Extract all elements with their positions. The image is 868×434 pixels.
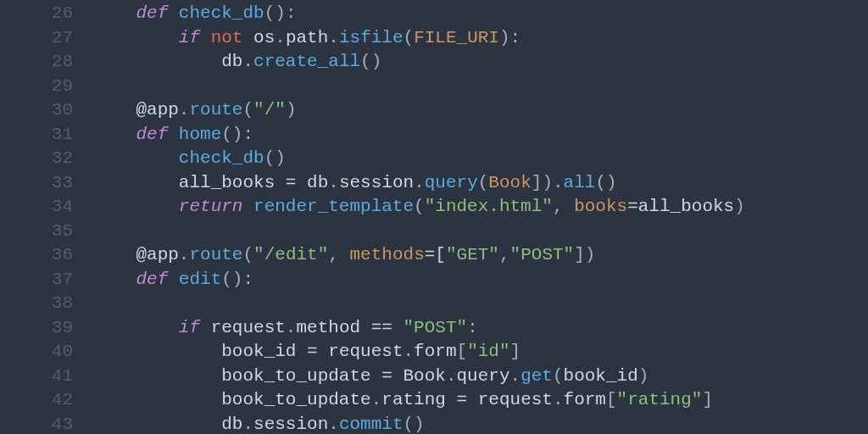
line-number: 37 xyxy=(0,268,73,292)
token-kw: if xyxy=(179,28,211,47)
line-number: 40 xyxy=(0,340,73,364)
token-obj: db xyxy=(221,415,242,434)
token-op: = xyxy=(307,342,328,361)
token-obj: os xyxy=(253,28,275,47)
token-obj: book_to_update xyxy=(221,366,381,386)
token-punc: . xyxy=(179,100,190,120)
token-call: isfile xyxy=(339,28,403,47)
token-obj: request xyxy=(328,342,403,361)
token-fn: home xyxy=(179,125,221,144)
token-param: methods xyxy=(350,245,425,264)
code-line[interactable]: if request.method == "POST": xyxy=(93,316,868,341)
token-call: render_template xyxy=(253,197,414,216)
token-punc: . xyxy=(328,28,339,47)
token-op: == xyxy=(371,318,403,337)
token-op: =[ xyxy=(425,245,446,264)
token-const: FILE_URI xyxy=(414,28,499,47)
token-obj: rating xyxy=(381,390,456,409)
token-punc: . xyxy=(553,390,564,409)
token-punc: ( xyxy=(403,28,415,47)
line-number: 33 xyxy=(0,171,73,196)
token-punc: () xyxy=(595,173,616,192)
token-punc: (): xyxy=(264,3,297,23)
token-def: def xyxy=(136,3,178,23)
token-call: create_all xyxy=(253,52,360,71)
token-const: Book xyxy=(488,173,531,192)
token-punc: . xyxy=(414,173,425,192)
token-op: = xyxy=(286,173,307,192)
code-area[interactable]: def check_db(): if not os.path.isfile(FI… xyxy=(93,2,868,434)
token-punc: . xyxy=(371,390,382,409)
token-punc: . xyxy=(179,245,190,264)
token-str: "/edit" xyxy=(253,245,328,264)
line-number: 34 xyxy=(0,195,73,220)
token-punc: ) xyxy=(286,100,297,120)
token-fn: edit xyxy=(179,270,221,289)
token-punc: . xyxy=(510,366,521,386)
token-punc: . xyxy=(286,318,297,337)
code-line[interactable]: def edit(): xyxy=(93,268,868,292)
code-line[interactable] xyxy=(93,220,868,244)
code-line[interactable]: book_id = request.form["id"] xyxy=(93,340,868,364)
line-number: 38 xyxy=(0,292,73,316)
token-param: books xyxy=(574,197,627,216)
line-number: 28 xyxy=(0,50,73,75)
line-number: 32 xyxy=(0,147,73,171)
line-number: 31 xyxy=(0,123,73,147)
code-line[interactable]: check_db() xyxy=(93,147,868,171)
code-line[interactable]: book_to_update.rating = request.form["ra… xyxy=(93,388,868,413)
token-punc: , xyxy=(499,245,510,264)
token-op: = xyxy=(627,197,638,216)
token-obj: book_to_update xyxy=(221,390,370,409)
token-str: "POST" xyxy=(403,318,468,337)
token-fn: check_db xyxy=(179,3,264,23)
token-call: all xyxy=(564,173,596,192)
token-punc: , xyxy=(328,245,349,264)
token-obj: path xyxy=(286,28,328,47)
token-punc: ] xyxy=(510,342,521,361)
token-str: "POST" xyxy=(510,245,575,264)
code-line[interactable]: return render_template("index.html", boo… xyxy=(93,195,868,220)
token-punc: () xyxy=(360,52,381,71)
token-punc: . xyxy=(403,342,415,361)
token-punc: ]) xyxy=(574,245,595,264)
token-punc: ( xyxy=(553,366,564,386)
line-number: 36 xyxy=(0,243,73,268)
token-obj: request xyxy=(211,318,286,337)
code-line[interactable]: db.create_all() xyxy=(93,50,868,75)
token-obj: session xyxy=(253,415,328,434)
token-decfn: route xyxy=(189,245,242,264)
token-call: commit xyxy=(339,415,403,434)
code-line[interactable]: book_to_update = Book.query.get(book_id) xyxy=(93,364,868,389)
token-punc: . xyxy=(275,28,286,47)
token-punc: ): xyxy=(499,28,520,47)
token-kw: return xyxy=(179,197,253,216)
token-obj: form xyxy=(414,342,456,361)
line-number: 26 xyxy=(0,2,73,26)
token-obj: book_id xyxy=(221,342,307,361)
code-line[interactable]: if not os.path.isfile(FILE_URI): xyxy=(93,26,868,51)
code-line[interactable] xyxy=(93,75,868,99)
code-line[interactable]: def check_db(): xyxy=(93,2,868,26)
code-editor[interactable]: 262728293031323334353637383940414243 def… xyxy=(0,0,868,434)
token-str: "/" xyxy=(253,100,286,120)
code-line[interactable]: @app.route("/") xyxy=(93,98,868,123)
code-line[interactable]: @app.route("/edit", methods=["GET","POST… xyxy=(93,243,868,268)
token-punc: () xyxy=(403,415,425,434)
code-line[interactable]: all_books = db.session.query(Book]).all(… xyxy=(93,171,868,196)
line-number: 29 xyxy=(0,75,73,99)
code-line[interactable]: db.session.commit() xyxy=(93,413,868,435)
token-not: not xyxy=(211,28,253,47)
line-number: 27 xyxy=(0,26,73,51)
token-punc: () xyxy=(264,148,286,168)
token-obj: session xyxy=(339,173,414,192)
token-punc: ) xyxy=(734,197,745,216)
token-punc: ( xyxy=(242,245,253,264)
token-punc: (): xyxy=(221,125,253,144)
token-obj: method xyxy=(296,318,370,337)
code-line[interactable] xyxy=(93,292,868,316)
token-obj: form xyxy=(564,390,606,409)
line-number: 35 xyxy=(0,220,73,244)
code-line[interactable]: def home(): xyxy=(93,123,868,147)
token-punc: . xyxy=(242,415,253,434)
